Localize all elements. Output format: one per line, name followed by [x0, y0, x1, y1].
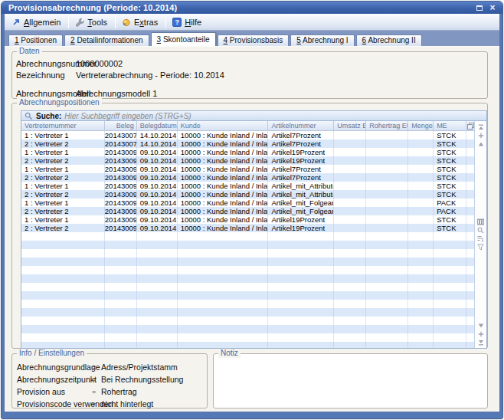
table-row[interactable]: 1 : Vertreter 12014300909.10.2014 /Do100…	[21, 148, 474, 156]
columns-icon	[477, 218, 484, 225]
cell	[366, 199, 408, 207]
table-row[interactable]: 2 : Vertreter 22014300909.10.2014 /Do100…	[21, 224, 474, 232]
tab-abrechnung-ii[interactable]: 6 Abrechnung II	[356, 34, 422, 46]
tab-positionen[interactable]: 1 Positionen	[8, 34, 63, 46]
column-header-artikelnummer[interactable]: Artikelnummer	[268, 121, 334, 130]
toolbar-button-tools[interactable]: Tools	[70, 15, 113, 29]
cell: 10000 : Kunde Inland / Inlandsort	[178, 131, 269, 139]
row-plus-icon-button[interactable]	[476, 330, 486, 338]
window-close-button[interactable]: ×	[487, 3, 498, 12]
cell: 09.10.2014 /Do	[137, 215, 178, 224]
cell	[366, 325, 408, 333]
cell	[408, 317, 434, 325]
column-header-menge[interactable]: Menge	[408, 121, 434, 130]
restore-icon	[476, 5, 483, 11]
table-row[interactable]: 2 : Vertreter 22014300909.10.2014 /Do100…	[21, 156, 474, 165]
cell	[105, 333, 137, 342]
table-row[interactable]: 1 : Vertreter 12014300909.10.2014 /Do100…	[21, 182, 474, 190]
table-row[interactable]: 1 : Vertreter 12014300714.10.2014 /Di100…	[21, 131, 474, 139]
cell	[137, 317, 178, 325]
toolbar-button-extras[interactable]: Extras	[117, 15, 164, 29]
field-row: Abrechnungsnummer1000000002	[16, 57, 487, 69]
sort-icon-button[interactable]	[476, 235, 486, 243]
tab-provisionsbasis[interactable]: 4 Provisionsbasis	[218, 34, 290, 46]
cell	[268, 249, 334, 258]
cell	[268, 300, 334, 308]
columns-icon-button[interactable]	[476, 218, 486, 226]
table-row[interactable]: 1 : Vertreter 12014300909.10.2014 /Do100…	[21, 165, 474, 173]
cell	[105, 317, 137, 325]
cell	[408, 182, 434, 190]
cell	[268, 266, 334, 274]
column-header-kunde[interactable]: Kunde	[178, 121, 269, 130]
column-chooser-button[interactable]	[466, 121, 474, 130]
field-row: AbrechnungsmodellAbrechnungsmodell 1	[16, 87, 487, 99]
column-header-vertreternummer[interactable]: Vertreternummer	[21, 121, 105, 130]
cell	[366, 249, 408, 258]
cell	[334, 333, 366, 342]
column-header-rohertrag-eur[interactable]: Rohertrag EUR	[366, 121, 408, 130]
cell	[105, 232, 137, 241]
search-input[interactable]: Suche: Hier Suchbegriff eingeben (STRG+S…	[21, 110, 487, 121]
cell	[137, 325, 178, 333]
cell	[434, 325, 466, 333]
column-header-beleg[interactable]: Beleg	[105, 121, 137, 130]
cell: PACK	[434, 199, 466, 207]
scroll-up-icon-button[interactable]	[476, 139, 486, 148]
table-row-empty	[21, 232, 474, 241]
scroll-up-icon	[478, 141, 484, 147]
toolbar-button-hilfe[interactable]: ?Hilfe	[168, 15, 208, 29]
table-row[interactable]: 2 : Vertreter 22014300909.10.2014 /Do100…	[21, 207, 474, 215]
cell	[408, 266, 434, 274]
tab-skontoanteile[interactable]: 3 Skontoanteile	[151, 32, 216, 46]
tab-abrechnung-i[interactable]: 5 Abrechnung I	[290, 34, 354, 46]
cell	[334, 139, 366, 148]
cell	[434, 283, 466, 291]
cell	[178, 308, 269, 317]
column-header-belegdatum[interactable]: Belegdatum	[137, 121, 178, 130]
cell	[466, 258, 474, 266]
cell	[334, 182, 366, 190]
table-row[interactable]: 2 : Vertreter 22014300909.10.2014 /Do100…	[21, 190, 474, 199]
cell	[334, 190, 366, 199]
info-einstellungen-group: Info / Einstellungen Abrechnungsgrundlag…	[11, 353, 208, 409]
column-header-me[interactable]: ME	[434, 121, 466, 130]
filter-icon-button[interactable]	[476, 243, 486, 251]
row-plus-icon-button[interactable]	[476, 131, 486, 139]
table-row[interactable]: 2 : Vertreter 22014300714.10.2014 /Di100…	[21, 139, 474, 148]
cell: 09.10.2014 /Do	[137, 173, 178, 182]
tab-detailinformationen[interactable]: 2 Detailinformationen	[64, 34, 149, 46]
cell	[466, 173, 474, 182]
toolbar: AllgemeinToolsExtras?Hilfe	[5, 14, 499, 31]
table-row[interactable]: 2 : Vertreter 22014300909.10.2014 /Do100…	[21, 173, 474, 182]
table-row-empty	[21, 300, 474, 308]
cell	[408, 173, 434, 182]
table-body: 1 : Vertreter 12014300714.10.2014 /Di100…	[21, 131, 474, 348]
cell: STCK	[434, 148, 466, 156]
toolbar-button-allgemein[interactable]: Allgemein	[7, 15, 67, 29]
cell	[268, 274, 334, 283]
cell	[137, 258, 178, 266]
cell	[334, 274, 366, 283]
grid-search-icon-button[interactable]	[476, 226, 486, 235]
notiz-group[interactable]: Notiz	[213, 353, 488, 409]
table-row[interactable]: 1 : Vertreter 12014300909.10.2014 /Do100…	[21, 215, 474, 224]
scroll-top-icon-button[interactable]	[476, 123, 486, 131]
daten-group-title: Daten	[17, 47, 42, 56]
cell	[366, 308, 408, 317]
window-restore-button[interactable]	[474, 3, 485, 12]
scroll-down-icon-button[interactable]	[476, 321, 486, 330]
cell	[178, 274, 269, 283]
toolbar-button-label: Extras	[134, 18, 158, 27]
table-row-empty	[21, 241, 474, 249]
cell	[366, 182, 408, 190]
cell	[466, 249, 474, 258]
column-header-umsatz-eur[interactable]: Umsatz EUR	[334, 121, 366, 130]
table-row[interactable]: 1 : Vertreter 12014300909.10.2014 /Do100…	[21, 199, 474, 207]
cell	[366, 139, 408, 148]
table-row-empty	[21, 325, 474, 333]
scroll-bottom-icon-button[interactable]	[476, 338, 486, 346]
cell	[366, 342, 408, 348]
window-title: Provisionsabrechnung (Periode: 10.2014)	[8, 3, 472, 12]
cell	[21, 317, 105, 325]
